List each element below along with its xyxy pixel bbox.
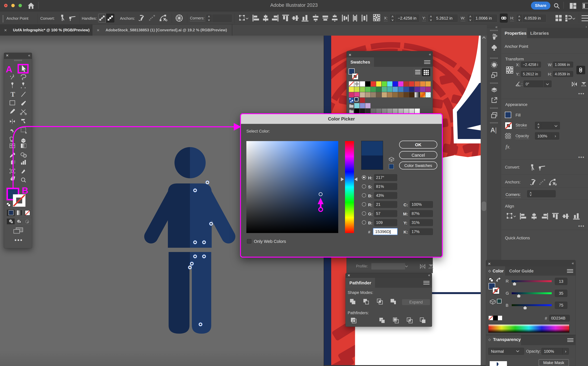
svg-text:T: T — [11, 91, 15, 98]
svg-text:A: A — [6, 64, 12, 74]
